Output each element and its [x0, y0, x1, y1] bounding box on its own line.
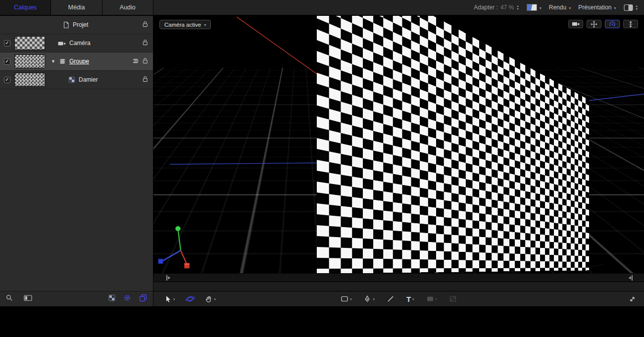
preview-pane-toggle-button[interactable]: [24, 294, 32, 303]
sidebar-footer: [0, 291, 153, 306]
layers-mini-icon: [133, 57, 139, 66]
tab-media[interactable]: Média: [51, 0, 102, 15]
timeline-mini-strip[interactable]: [153, 282, 644, 291]
disclosure-triangle[interactable]: ▼: [51, 59, 55, 64]
layer-row-projet[interactable]: Projet: [0, 16, 153, 34]
lock-icon[interactable]: [143, 57, 148, 66]
layer-label: Damier: [79, 76, 98, 83]
zoom-control[interactable]: Adapter : 47 % ▲▼: [474, 4, 519, 11]
main-content: Projet ✓ Caméra: [0, 16, 644, 306]
zoom-label: Adapter :: [474, 4, 498, 11]
top-bar: Calques Média Audio Adapter : 47 % ▲▼ ▾ …: [0, 0, 644, 15]
display-icon: [624, 4, 633, 11]
layer-label: Groupe: [69, 58, 89, 65]
tab-calques[interactable]: Calques: [0, 0, 51, 15]
canvas-column: Caméra active ▾: [153, 16, 644, 306]
checkerboard-plane[interactable]: [317, 16, 589, 273]
orbit-3d-icon: [185, 295, 195, 303]
gear-icon[interactable]: [123, 294, 131, 304]
canvas-toolbar: ▾ ▾ ▾: [153, 291, 644, 306]
chevron-down-icon: ▾: [614, 6, 616, 10]
axis-gizmo: [153, 218, 203, 272]
layer-label: Caméra: [69, 40, 91, 47]
line-icon: [387, 295, 395, 303]
camera-icon: [572, 21, 580, 27]
orbit-icon: [609, 21, 616, 28]
layer-thumbnail[interactable]: [14, 73, 45, 87]
lock-icon[interactable]: [143, 39, 148, 48]
toolbar-right: [629, 295, 636, 303]
camera-icon: [58, 40, 66, 47]
chevron-down-icon: ▾: [569, 6, 571, 10]
camera-view-button[interactable]: [568, 20, 583, 28]
rectangle-tool-button[interactable]: ▾: [341, 295, 352, 303]
pan-view-button[interactable]: [587, 20, 601, 28]
filled-rectangle-icon: [426, 295, 434, 303]
mask-tool-button: [449, 295, 457, 303]
mask-icon: [449, 295, 457, 303]
lock-icon[interactable]: [143, 75, 148, 84]
arrow-cursor-icon: [164, 295, 172, 303]
presentation-menu[interactable]: Présentation ▾: [578, 4, 616, 11]
visibility-checkbox[interactable]: ✓: [4, 77, 10, 83]
motion-app-window: Calques Média Audio Adapter : 47 % ▲▼ ▾ …: [0, 0, 644, 337]
visibility-checkbox[interactable]: ✓: [4, 40, 10, 47]
hand-icon: [205, 295, 213, 303]
stepper-icon[interactable]: ▲▼: [516, 5, 519, 10]
timeline-scrub-strip[interactable]: [153, 273, 644, 282]
layers-sidebar: Projet ✓ Caméra: [0, 16, 153, 306]
rendu-label: Rendu: [549, 4, 566, 11]
line-tool-button[interactable]: [387, 295, 395, 303]
top-bar-controls: Adapter : 47 % ▲▼ ▾ Rendu ▾ Présentation…: [474, 0, 644, 15]
layers-empty-area: [0, 89, 153, 291]
channels-dropdown[interactable]: ▾: [527, 4, 542, 11]
checkerboard-filter-button[interactable]: [108, 294, 115, 303]
lock-icon[interactable]: [143, 20, 148, 29]
camera-active-label: Caméra active: [164, 22, 201, 28]
chevron-down-icon: ▾: [173, 297, 175, 301]
stepper-icon[interactable]: ▲▼: [636, 5, 638, 10]
search-icon[interactable]: [6, 294, 13, 303]
bezier-tool-button[interactable]: ▾: [363, 295, 375, 303]
checkerboard-wrap: [153, 16, 644, 273]
rendu-menu[interactable]: Rendu ▾: [549, 4, 571, 11]
layer-label: Projet: [73, 21, 88, 28]
chevron-down-icon: ▾: [350, 297, 352, 301]
dolly-view-button[interactable]: [623, 20, 638, 28]
text-tool-button[interactable]: T ▾: [406, 295, 414, 303]
layers-filter-button[interactable]: [139, 294, 147, 304]
layer-row-damier[interactable]: ✓ Damier: [0, 71, 153, 89]
layer-row-camera[interactable]: ✓ Caméra: [0, 34, 153, 52]
display-control[interactable]: ▲▼: [624, 4, 638, 11]
group-icon: [59, 58, 66, 65]
zoom-value: 47 %: [500, 4, 514, 11]
window-footer-area: [0, 306, 644, 337]
pan-tool-button[interactable]: ▾: [205, 295, 216, 303]
text-tool-glyph: T: [406, 295, 411, 303]
chevron-down-icon: ▾: [204, 23, 206, 27]
checkerboard-icon: [68, 76, 75, 83]
transform-tools-group: ▾ ▾: [164, 295, 216, 303]
image-mask-tool-button: ▾: [426, 295, 438, 303]
chevron-down-icon: ▾: [540, 6, 542, 10]
canvas-3d-view[interactable]: Caméra active ▾: [153, 16, 644, 273]
orbit-view-button[interactable]: [605, 20, 620, 28]
chevron-down-icon: ▾: [214, 297, 216, 301]
timeline-in-marker[interactable]: [166, 275, 171, 281]
camera-active-menu[interactable]: Caméra active ▾: [159, 20, 211, 29]
dolly-icon: [627, 21, 634, 28]
transform-3d-tool-button[interactable]: [185, 295, 195, 303]
layer-thumbnail[interactable]: [14, 36, 45, 50]
chevron-down-icon: ▾: [373, 297, 375, 301]
chevron-down-icon: ▾: [412, 297, 414, 301]
resize-diagonal-icon[interactable]: [629, 295, 636, 303]
tab-audio[interactable]: Audio: [102, 0, 153, 15]
rectangle-icon: [341, 295, 348, 303]
select-tool-button[interactable]: ▾: [164, 295, 175, 303]
layer-row-groupe[interactable]: ✓ ▼ Groupe: [0, 52, 153, 71]
view-control-buttons: [568, 20, 638, 28]
layer-thumbnail[interactable]: [14, 54, 45, 68]
visibility-checkbox[interactable]: ✓: [4, 58, 10, 65]
color-swatch-icon: [527, 4, 537, 11]
timeline-out-marker[interactable]: [628, 275, 633, 281]
